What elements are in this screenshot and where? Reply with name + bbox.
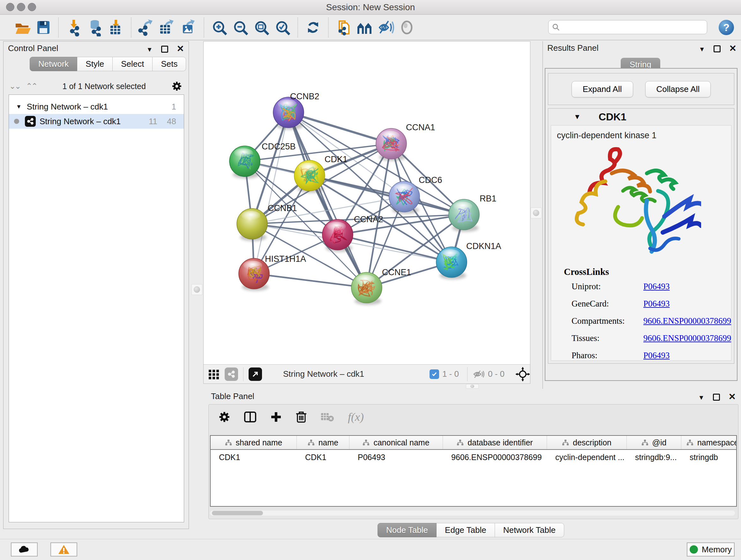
gene-section-header[interactable]: ▼ CDK1 [548, 109, 734, 125]
left-splitter-handle[interactable] [192, 284, 202, 295]
refresh-button[interactable] [302, 17, 324, 38]
table-settings-gear-icon[interactable] [218, 411, 230, 423]
minimize-window-button[interactable] [17, 3, 25, 11]
expand-all-networks-icon[interactable]: ⌃⌃ [26, 82, 37, 91]
node-CCNB1[interactable] [237, 208, 267, 241]
function-builder-icon[interactable]: f(x) [348, 410, 364, 424]
table-panel-float-icon[interactable]: ▼ [698, 394, 704, 401]
grid-view-icon[interactable] [208, 368, 219, 380]
export-network-button[interactable] [136, 17, 157, 38]
table-cell[interactable]: 9606.ENSP00000378699 [443, 453, 547, 462]
node-table[interactable]: shared name name canonical name database… [210, 435, 737, 507]
crosslink-link[interactable]: P06493 [643, 351, 670, 361]
tab-select[interactable]: Select [113, 57, 152, 71]
node-CDK1[interactable] [294, 160, 325, 193]
memory-button[interactable]: Memory [687, 543, 735, 557]
bottom-splitter-handle[interactable] [466, 384, 479, 388]
table-cell[interactable]: stringdb:9... [627, 453, 681, 462]
node-CDC6[interactable] [389, 181, 420, 214]
column-header-namespace[interactable]: namespace [681, 436, 737, 449]
control-panel-float-icon[interactable]: ▼ [146, 46, 153, 53]
edge-CCNB2-CCNA1[interactable] [288, 112, 391, 144]
collection-expand-icon[interactable]: ▼ [16, 104, 22, 110]
zoom-in-button[interactable] [209, 17, 230, 38]
node-CCNB2[interactable] [273, 97, 304, 130]
first-neighbors-button[interactable] [354, 17, 375, 38]
collapse-all-networks-icon[interactable]: ⌄⌄ [9, 82, 20, 91]
control-panel-maximize-icon[interactable] [161, 46, 168, 53]
delete-column-icon[interactable] [295, 411, 307, 423]
table-horizontal-scrollbar[interactable] [210, 510, 735, 516]
results-panel-float-icon[interactable]: ▼ [699, 46, 705, 53]
export-table-button[interactable] [157, 17, 178, 38]
control-panel-close-icon[interactable]: ✕ [177, 44, 184, 54]
zoom-window-button[interactable] [28, 3, 36, 11]
table-cell[interactable]: stringdb [681, 453, 737, 462]
column-header-canonical-name[interactable]: canonical name [349, 436, 443, 449]
add-column-icon[interactable] [270, 411, 282, 423]
duplicate-network-button[interactable] [333, 17, 354, 38]
tab-sets[interactable]: Sets [152, 57, 186, 71]
tab-network-table[interactable]: Network Table [495, 523, 564, 537]
table-cell[interactable]: cyclin-dependent ... [547, 453, 627, 462]
column-header-name[interactable]: name [297, 436, 349, 449]
right-splitter-handle[interactable] [531, 207, 542, 219]
close-window-button[interactable] [6, 3, 14, 11]
search-input[interactable] [560, 23, 700, 32]
selected-nodes-checkbox-icon[interactable] [429, 369, 439, 379]
save-session-button[interactable] [32, 17, 54, 38]
network-options-gear-icon[interactable] [172, 81, 182, 91]
edge-CCNB2-HIST1H1A[interactable] [254, 112, 288, 273]
import-network-button[interactable] [63, 17, 84, 38]
birds-eye-view-icon[interactable] [225, 368, 238, 381]
node-CDC25B[interactable] [229, 146, 260, 179]
hide-selected-button[interactable] [375, 17, 396, 38]
results-panel-maximize-icon[interactable] [714, 45, 721, 52]
help-button[interactable]: ? [719, 20, 734, 35]
crosslink-link[interactable]: P06493 [643, 282, 670, 292]
node-RB1[interactable] [449, 199, 479, 232]
node-CCNE1[interactable] [351, 272, 382, 305]
cloud-status-button[interactable] [11, 543, 38, 557]
column-header-database-identifier[interactable]: database identifier [443, 436, 547, 449]
column-header-@id[interactable]: @id [627, 436, 681, 449]
collapse-all-button[interactable]: Collapse All [645, 81, 711, 98]
table-cell[interactable]: P06493 [349, 453, 443, 462]
network-collection-row[interactable]: ▼ String Network – cdk1 1 [9, 99, 184, 114]
crosslink-link[interactable]: 9606.ENSP00000378699 [643, 316, 731, 326]
crosslink-link[interactable]: 9606.ENSP00000378699 [643, 333, 731, 343]
results-panel-close-icon[interactable]: ✕ [729, 43, 737, 54]
gene-collapse-icon[interactable]: ▼ [574, 113, 581, 121]
tab-edge-table[interactable]: Edge Table [436, 523, 495, 537]
import-table-button[interactable] [105, 17, 126, 38]
pan-crosshair-icon[interactable] [515, 367, 530, 381]
show-columns-icon[interactable] [244, 411, 257, 423]
edge-HIST1H1A-CCNE1[interactable] [254, 273, 367, 288]
network-row[interactable]: String Network – cdk1 11 48 [9, 114, 184, 129]
table-cell[interactable]: CDK1 [211, 453, 297, 462]
zoom-out-button[interactable] [230, 17, 251, 38]
network-canvas[interactable]: CCNB2 CCNA1 CDC25B CDK1 CDC6 RB1 CCNB1 [204, 42, 530, 364]
tab-node-table[interactable]: Node Table [378, 523, 436, 537]
column-header-shared-name[interactable]: shared name [211, 436, 297, 449]
zoom-fit-button[interactable] [251, 17, 272, 38]
table-panel-close-icon[interactable]: ✕ [729, 391, 736, 402]
node-CCNA1[interactable] [376, 128, 407, 161]
node-CDKN1A[interactable] [436, 247, 467, 279]
table-panel-maximize-icon[interactable] [713, 394, 720, 401]
column-header-description[interactable]: description [547, 436, 627, 449]
node-CCNA2[interactable] [322, 219, 353, 252]
tab-network[interactable]: Network [30, 57, 77, 71]
clear-table-icon[interactable] [320, 412, 334, 422]
tab-style[interactable]: Style [77, 57, 113, 71]
show-all-button[interactable] [396, 17, 417, 38]
search-box[interactable] [548, 20, 707, 34]
warnings-button[interactable] [51, 543, 77, 557]
crosslink-link[interactable]: P06493 [643, 299, 670, 309]
table-row[interactable]: CDK1CDK1P064939606.ENSP00000378699cyclin… [211, 450, 736, 464]
zoom-selected-button[interactable] [272, 17, 293, 38]
detach-view-icon[interactable] [249, 368, 262, 381]
table-cell[interactable]: CDK1 [297, 453, 349, 462]
open-session-button[interactable] [11, 17, 32, 38]
import-network-database-button[interactable] [84, 17, 105, 38]
